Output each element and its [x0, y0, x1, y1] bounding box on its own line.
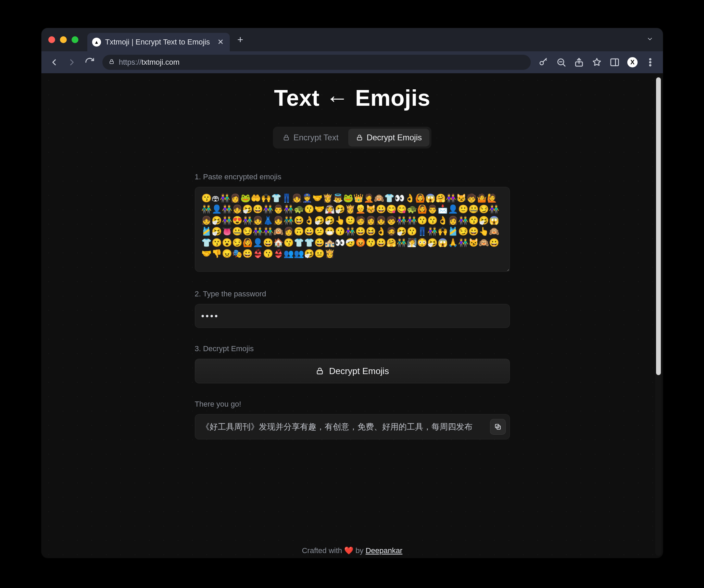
svg-point-5: [650, 59, 651, 60]
step1-label: 1. Paste encrypted emojis: [195, 172, 510, 181]
lock-icon: [109, 59, 115, 66]
author-link[interactable]: Deepankar: [366, 546, 403, 555]
browser-toolbar: https://txtmoji.com X: [41, 51, 663, 73]
lock-open-icon: [315, 367, 324, 375]
emoji-textarea[interactable]: [195, 187, 510, 272]
lock-closed-icon: [282, 134, 290, 141]
lock-open-icon: [356, 134, 363, 141]
step2-label: 2. Type the password: [195, 290, 510, 298]
page-title: Text ← Emojis: [195, 85, 510, 111]
copy-icon: [494, 423, 502, 431]
profile-avatar[interactable]: X: [627, 57, 638, 67]
svg-rect-4: [611, 59, 619, 66]
reload-button[interactable]: [85, 57, 95, 67]
page-viewport: Text ← Emojis Encrypt Text Decrypt Emoji…: [41, 73, 663, 558]
copy-button[interactable]: [490, 419, 506, 435]
close-tab-button[interactable]: ✕: [217, 38, 224, 47]
tab-encrypt-label: Encrypt Text: [293, 133, 339, 142]
mode-segmented-control: Encrypt Text Decrypt Emojis: [273, 127, 431, 149]
address-bar[interactable]: https://txtmoji.com: [102, 55, 531, 70]
svg-rect-9: [357, 137, 362, 140]
footer-by: by: [353, 546, 365, 555]
close-window-button[interactable]: [48, 36, 55, 43]
svg-rect-10: [317, 371, 322, 374]
tab-decrypt[interactable]: Decrypt Emojis: [348, 129, 429, 146]
minimize-window-button[interactable]: [60, 36, 67, 43]
tab-strip: ▲ Txtmoji | Encrypt Text to Emojis ✕ +: [41, 28, 663, 51]
step3-label: 3. Decrypt Emojis: [195, 344, 510, 353]
bookmark-star-icon[interactable]: [592, 57, 602, 67]
footer: Crafted with ❤️ by Deepankar: [41, 546, 663, 555]
tab-title: Txtmoji | Encrypt Text to Emojis: [105, 38, 210, 47]
tab-encrypt[interactable]: Encrypt Text: [275, 129, 346, 146]
browser-tab[interactable]: ▲ Txtmoji | Encrypt Text to Emojis ✕: [87, 33, 230, 51]
svg-rect-0: [110, 61, 114, 64]
favicon: ▲: [92, 38, 101, 47]
scrollbar-thumb[interactable]: [656, 77, 661, 375]
decrypt-button-label: Decrypt Emojis: [329, 366, 389, 376]
svg-point-7: [650, 65, 651, 66]
svg-point-6: [650, 62, 651, 63]
heart-icon: ❤️: [344, 546, 353, 555]
tab-decrypt-label: Decrypt Emojis: [367, 133, 422, 142]
share-icon[interactable]: [574, 57, 584, 67]
kebab-menu-icon[interactable]: [645, 57, 655, 67]
maximize-window-button[interactable]: [72, 36, 78, 43]
decrypt-button[interactable]: Decrypt Emojis: [195, 359, 510, 383]
result-label: There you go!: [195, 400, 510, 409]
back-button[interactable]: [49, 57, 59, 67]
password-input[interactable]: [195, 304, 510, 328]
sidepanel-icon[interactable]: [609, 57, 620, 67]
browser-window: ▲ Txtmoji | Encrypt Text to Emojis ✕ + h…: [41, 28, 663, 558]
forward-button[interactable]: [67, 57, 77, 67]
scrollbar[interactable]: [655, 75, 662, 556]
zoom-icon[interactable]: [556, 57, 566, 67]
footer-prefix: Crafted with: [302, 546, 344, 555]
tabs-menu-icon[interactable]: [646, 36, 653, 44]
url-text: https://txtmoji.com: [119, 58, 179, 67]
result-output: 《好工具周刊》发现并分享有趣，有创意，免费、好用的工具，每周四发布: [195, 414, 510, 439]
window-controls: [48, 36, 78, 43]
svg-rect-8: [284, 137, 289, 140]
new-tab-button[interactable]: +: [237, 34, 243, 46]
password-key-icon[interactable]: [538, 57, 549, 67]
